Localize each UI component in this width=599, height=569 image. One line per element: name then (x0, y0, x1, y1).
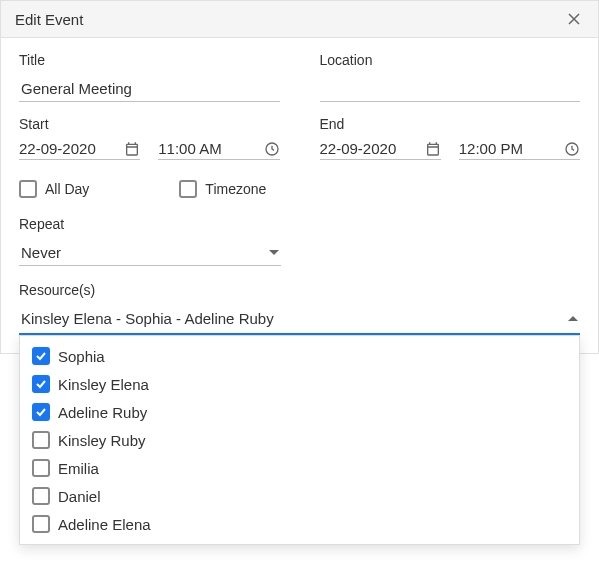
repeat-value: Never (21, 244, 61, 261)
resource-option[interactable]: Emilia (20, 454, 579, 482)
resource-option[interactable]: Kinsley Ruby (20, 426, 579, 454)
timezone-checkbox[interactable]: Timezone (179, 180, 266, 198)
clock-icon (564, 141, 580, 157)
location-label: Location (320, 52, 581, 68)
checkbox-icon (32, 431, 50, 449)
checkbox-icon (32, 487, 50, 505)
resource-option[interactable]: Daniel (20, 482, 579, 510)
clock-icon (264, 141, 280, 157)
start-label: Start (19, 116, 280, 132)
checkbox-checked-icon (32, 375, 50, 393)
resource-option[interactable]: Sophia (20, 342, 579, 370)
end-time-field[interactable] (459, 140, 580, 160)
resources-select[interactable]: Kinsley Elena - Sophia - Adeline Ruby (19, 306, 580, 335)
resource-option-label: Adeline Ruby (58, 404, 147, 421)
resources-label: Resource(s) (19, 282, 580, 298)
chevron-down-icon (269, 250, 279, 255)
dialog-title: Edit Event (15, 11, 83, 28)
end-date-field[interactable] (320, 140, 441, 160)
checkbox-icon (32, 515, 50, 533)
close-icon (568, 13, 580, 25)
edit-event-dialog: Edit Event Title Location Start (0, 0, 599, 354)
timezone-label: Timezone (205, 181, 266, 197)
repeat-label: Repeat (19, 216, 281, 232)
checkbox-icon (179, 180, 197, 198)
checkbox-checked-icon (32, 403, 50, 421)
resource-option[interactable]: Adeline Ruby (20, 398, 579, 426)
resource-option-label: Sophia (58, 348, 105, 365)
end-date-input[interactable] (320, 140, 425, 157)
resources-dropdown: SophiaKinsley ElenaAdeline RubyKinsley R… (19, 335, 580, 545)
checkbox-icon (19, 180, 37, 198)
dialog-header: Edit Event (1, 1, 598, 38)
start-date-field[interactable] (19, 140, 140, 160)
chevron-up-icon (568, 316, 578, 321)
calendar-icon (124, 141, 140, 157)
allday-checkbox[interactable]: All Day (19, 180, 89, 198)
resource-option-label: Kinsley Elena (58, 376, 149, 393)
resource-option-label: Emilia (58, 460, 99, 477)
start-date-input[interactable] (19, 140, 124, 157)
title-input[interactable] (19, 76, 280, 102)
start-time-field[interactable] (158, 140, 279, 160)
end-label: End (320, 116, 581, 132)
resources-value: Kinsley Elena - Sophia - Adeline Ruby (21, 310, 274, 327)
resource-option[interactable]: Kinsley Elena (20, 370, 579, 398)
end-time-input[interactable] (459, 140, 564, 157)
checkbox-icon (32, 459, 50, 477)
checkbox-checked-icon (32, 347, 50, 365)
calendar-icon (425, 141, 441, 157)
title-label: Title (19, 52, 280, 68)
repeat-select[interactable]: Never (19, 240, 281, 266)
resource-option-label: Kinsley Ruby (58, 432, 146, 449)
allday-label: All Day (45, 181, 89, 197)
close-button[interactable] (564, 9, 584, 29)
start-time-input[interactable] (158, 140, 263, 157)
resource-option[interactable]: Adeline Elena (20, 510, 579, 538)
dialog-body: Title Location Start (1, 38, 598, 353)
location-input[interactable] (320, 76, 581, 102)
resource-option-label: Daniel (58, 488, 101, 505)
resource-option-label: Adeline Elena (58, 516, 151, 533)
